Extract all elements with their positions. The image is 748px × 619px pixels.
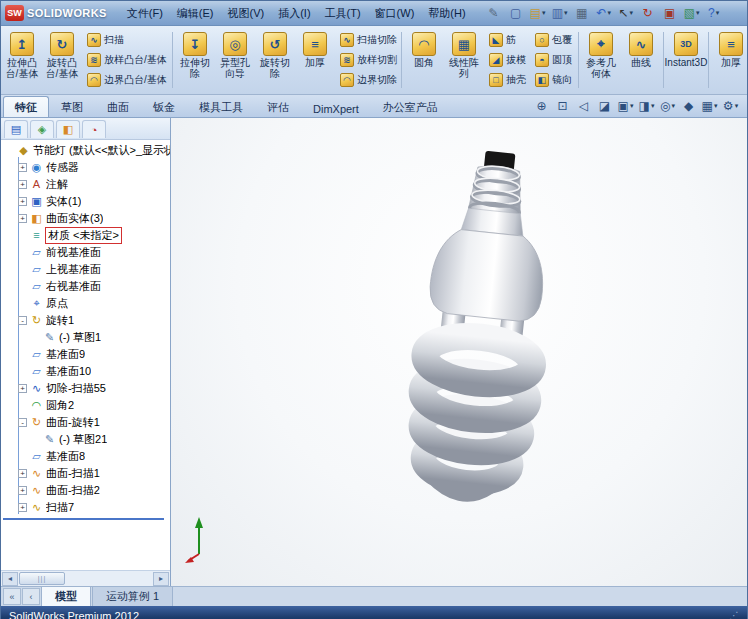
tab-sheet-metal[interactable]: 钣金 [141, 96, 187, 117]
tree-origin[interactable]: ⌖ 原点 [1, 295, 170, 312]
rollback-bar[interactable] [3, 518, 164, 520]
cfl-bulb-model[interactable] [381, 146, 571, 526]
tab-dimxpert[interactable]: DimXpert [301, 99, 371, 117]
solidworks-logo-icon[interactable]: SW [5, 5, 24, 21]
help-button[interactable]: ? [704, 4, 724, 22]
open-button[interactable]: ▤ [528, 4, 548, 22]
menu-item[interactable]: 编辑(E) [170, 3, 221, 24]
menu-item[interactable]: 窗口(W) [368, 3, 422, 24]
configurationmanager-tab[interactable]: ◧ [56, 120, 80, 138]
tree-plane8[interactable]: ▱ 基准面8 [1, 448, 170, 465]
view-settings-button[interactable]: ⚙ [721, 97, 740, 115]
extrude-boss-button[interactable]: ↥ 拉伸凸台/基体 [2, 28, 42, 92]
file-properties-button[interactable]: ▣ [660, 4, 680, 22]
zoom-to-fit-button[interactable]: ⊕ [532, 97, 551, 115]
tree-surface-sweep2[interactable]: + ∿ 曲面-扫描2 [1, 482, 170, 499]
new-document-button[interactable]: ▢ [506, 4, 526, 22]
section-view-button[interactable]: ◪ [595, 97, 614, 115]
loft-cut-button[interactable]: ≋ 放样切割 [337, 51, 397, 69]
save-button[interactable]: ▥ [550, 4, 570, 22]
featuremanager-tree-tab[interactable]: ▤ [4, 120, 28, 138]
shell-button[interactable]: □ 抽壳 [486, 71, 528, 89]
tree-horizontal-scrollbar[interactable]: ◂ ||| ▸ [1, 570, 170, 586]
tree-front-plane[interactable]: ▱ 前视基准面 [1, 244, 170, 261]
menu-item[interactable]: 帮助(H) [421, 3, 472, 24]
propertymanager-tab[interactable]: ◈ [30, 120, 54, 138]
sweep-cut-button[interactable]: ∿ 扫描切除 [337, 31, 397, 49]
expand-toggle-icon[interactable]: + [18, 503, 27, 512]
thicken-button[interactable]: ≡ 加厚 [295, 28, 335, 92]
hide-show-items-button[interactable]: ◎ [658, 97, 677, 115]
boundary-cut-button[interactable]: ◠ 边界切除 [337, 71, 397, 89]
expand-toggle-icon[interactable]: + [18, 163, 27, 172]
tab-features[interactable]: 特征 [3, 96, 49, 117]
tree-sketch21[interactable]: ✎ (-) 草图21 [1, 431, 170, 448]
edit-appearance-button[interactable]: ◆ [679, 97, 698, 115]
tree-surface-sweep1[interactable]: + ∿ 曲面-扫描1 [1, 465, 170, 482]
reference-geometry-button[interactable]: ⌖ 参考几何体 [581, 28, 621, 92]
tab-mold-tools[interactable]: 模具工具 [187, 96, 255, 117]
zoom-to-area-button[interactable]: ⊡ [553, 97, 572, 115]
scroll-left-icon[interactable]: ◂ [2, 572, 18, 586]
tree-plane10[interactable]: ▱ 基准面10 [1, 363, 170, 380]
view-orientation-button[interactable]: ▣ [616, 97, 635, 115]
tree-sketch1[interactable]: ✎ (-) 草图1 [1, 329, 170, 346]
previous-view-button[interactable]: ◁ [574, 97, 593, 115]
tree-material[interactable]: ≡ 材质 <未指定> [1, 227, 170, 244]
tree-right-plane[interactable]: ▱ 右视基准面 [1, 278, 170, 295]
thicken-surface-button[interactable]: ≡ 加厚 [711, 28, 747, 92]
tree-top-plane[interactable]: ▱ 上视基准面 [1, 261, 170, 278]
dome-button[interactable]: ◓ 圆顶 [532, 51, 574, 69]
expand-toggle-icon[interactable]: + [18, 214, 27, 223]
linear-pattern-button[interactable]: ▦ 线性阵列 [444, 28, 484, 92]
draft-button[interactable]: ◢ 拔模 [486, 51, 528, 69]
menu-item[interactable]: 文件(F) [120, 3, 170, 24]
scroll-right-icon[interactable]: ▸ [153, 572, 169, 586]
tree-surface-revolve1[interactable]: - ↻ 曲面-旋转1 [1, 414, 170, 431]
resize-grip[interactable]: ⋰ [729, 610, 739, 619]
sweep-button[interactable]: ∿ 扫描 [84, 31, 168, 49]
expand-toggle-icon[interactable]: + [18, 486, 27, 495]
curves-button[interactable]: ∿ 曲线 [621, 28, 661, 92]
rebuild-button[interactable]: ↻ [638, 4, 658, 22]
tree-fillet2[interactable]: ◠ 圆角2 [1, 397, 170, 414]
expand-toggle-icon[interactable]: + [18, 384, 27, 393]
loft-button[interactable]: ≋ 放样凸台/基体 [84, 51, 168, 69]
extrude-cut-button[interactable]: ↧ 拉伸切除 [175, 28, 215, 92]
sketch-button[interactable]: ✎ [484, 4, 504, 22]
motion-study-tab[interactable]: 运动算例 1 [92, 586, 173, 606]
apply-scene-button[interactable]: ▦ [700, 97, 719, 115]
tab-office-products[interactable]: 办公室产品 [371, 96, 450, 117]
instant3d-button[interactable]: 3D Instant3D [666, 28, 706, 92]
tree-annotations-folder[interactable]: + A 注解 [1, 176, 170, 193]
tree-solid-bodies-folder[interactable]: + ▣ 实体(1) [1, 193, 170, 210]
tab-surfaces[interactable]: 曲面 [95, 96, 141, 117]
expand-toggle-icon[interactable]: + [18, 197, 27, 206]
hole-wizard-button[interactable]: ◎ 异型孔向导 [215, 28, 255, 92]
bulb-housing[interactable] [427, 227, 547, 323]
tree-sweep7[interactable]: + ∿ 扫描7 [1, 499, 170, 516]
expand-toggle-icon[interactable]: - [18, 418, 27, 427]
scrollbar-thumb[interactable]: ||| [19, 572, 65, 585]
bulb-group[interactable] [409, 146, 556, 496]
model-tab[interactable]: 模型 [41, 586, 91, 606]
options-button[interactable]: ▧ [682, 4, 702, 22]
expand-toggle-icon[interactable]: - [18, 316, 27, 325]
undo-button[interactable]: ↶ [594, 4, 614, 22]
expand-toggle-icon[interactable]: + [18, 180, 27, 189]
displaymanager-tab[interactable]: ◔ [82, 120, 106, 138]
revolve-cut-button[interactable]: ↺ 旋转切除 [255, 28, 295, 92]
tree-plane9[interactable]: ▱ 基准面9 [1, 346, 170, 363]
tree-revolve1[interactable]: - ↻ 旋转1 [1, 312, 170, 329]
fillet-button[interactable]: ◠ 圆角 [404, 28, 444, 92]
wrap-button[interactable]: ○ 包覆 [532, 31, 574, 49]
print-button[interactable]: ▦ [572, 4, 592, 22]
menu-item[interactable]: 工具(T) [318, 3, 368, 24]
menu-item[interactable]: 插入(I) [271, 3, 317, 24]
select-button[interactable]: ↖ [616, 4, 636, 22]
tree-sensors-folder[interactable]: + ◉ 传感器 [1, 159, 170, 176]
revolve-boss-button[interactable]: ↻ 旋转凸台/基体 [42, 28, 82, 92]
tab-sketch[interactable]: 草图 [49, 96, 95, 117]
expand-toggle-icon[interactable]: + [18, 469, 27, 478]
boundary-boss-button[interactable]: ◠ 边界凸台/基体 [84, 71, 168, 89]
